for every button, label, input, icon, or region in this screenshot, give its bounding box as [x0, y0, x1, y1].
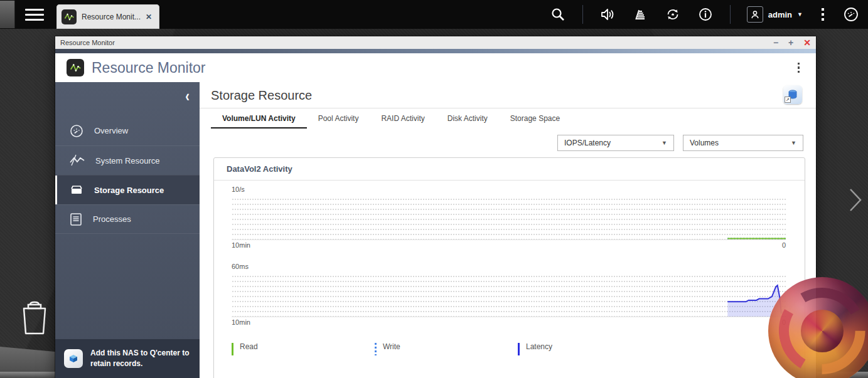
launch-arrow-icon: ↗: [785, 97, 791, 103]
storage-snapshots-shortcut-icon[interactable]: ↗: [783, 85, 802, 104]
window-accent-strip: [55, 49, 816, 53]
open-app-tab[interactable]: Resource Monit... ✕: [56, 4, 159, 29]
panel-title: DataVol2 Activity: [214, 158, 805, 181]
sidebar-collapse-icon[interactable]: ‹: [185, 88, 190, 104]
chevron-down-icon: ▼: [785, 140, 796, 146]
top-bar: Resource Monit... ✕: [0, 0, 868, 29]
desktop: Resource Monit... ✕: [0, 0, 868, 378]
write-legend-swatch: [375, 343, 377, 355]
app-options-icon[interactable]: [793, 60, 805, 76]
iops-plot: [232, 195, 786, 240]
topbar-divider: [730, 5, 731, 24]
tab-bar: Volume/LUN Activity Pool Activity RAID A…: [200, 108, 816, 129]
close-button[interactable]: ✕: [803, 38, 811, 47]
notifications-sync-icon[interactable]: [665, 6, 681, 23]
legend-read: Read: [232, 342, 375, 355]
sidebar-item-storage-resource[interactable]: Storage Resource: [55, 175, 200, 204]
tab-volume-lun-activity[interactable]: Volume/LUN Activity: [211, 108, 307, 129]
window-title: Resource Monitor: [60, 39, 115, 46]
qcenter-note: Add this NAS to Q'center to retain recor…: [90, 348, 191, 369]
user-menu[interactable]: admin ▼: [747, 6, 803, 23]
read-legend-swatch: [232, 343, 233, 355]
iops-chart-block: 10/s 10min 0: [214, 181, 805, 249]
app-title: Resource Monitor: [92, 60, 206, 76]
page-title: Storage Resource: [200, 82, 816, 103]
legend-write: Write: [375, 342, 518, 355]
resource-monitor-window: Resource Monitor − + ✕ Resource Monitor …: [55, 36, 816, 378]
latency-x-left-label: 10min: [232, 318, 250, 326]
more-options-icon[interactable]: [819, 6, 827, 23]
process-list-icon: [69, 212, 83, 227]
desktop-edge-widget: [0, 1, 15, 28]
resource-monitor-app-icon: [67, 59, 84, 76]
tab-storage-space[interactable]: Storage Space: [499, 108, 571, 129]
window-titlebar[interactable]: Resource Monitor − + ✕: [55, 36, 816, 49]
chart-legend: Read Write Latency: [232, 342, 805, 355]
username-label: admin: [768, 10, 792, 19]
search-icon[interactable]: [550, 6, 566, 23]
sidebar-item-processes[interactable]: Processes: [55, 204, 200, 234]
latency-y-max-label: 60ms: [232, 263, 786, 270]
tab-pool-activity[interactable]: Pool Activity: [307, 108, 370, 129]
tab-raid-activity[interactable]: RAID Activity: [370, 108, 436, 129]
iops-x-right-label: 0: [782, 241, 786, 249]
info-icon[interactable]: [697, 6, 714, 23]
main-content: Storage Resource ↗ Volume/LUN Activity P…: [200, 82, 816, 378]
legend-latency: Latency: [518, 342, 661, 355]
scope-select[interactable]: Volumes ▼: [683, 135, 803, 151]
app-header: Resource Monitor: [55, 53, 816, 82]
tab-close-icon[interactable]: ✕: [146, 13, 152, 21]
tab-disk-activity[interactable]: Disk Activity: [436, 108, 499, 129]
minimize-button[interactable]: −: [773, 38, 778, 47]
latency-legend-swatch: [518, 343, 520, 355]
chevron-down-icon: ▼: [797, 11, 803, 18]
desktop-next-page-arrow[interactable]: [847, 186, 864, 214]
user-avatar-icon: [747, 6, 763, 23]
qcenter-banner[interactable]: Add this NAS to Q'center to retain recor…: [55, 339, 200, 378]
trash-icon[interactable]: [18, 300, 51, 336]
qcenter-icon: [64, 349, 83, 368]
main-menu-icon[interactable]: [25, 9, 44, 21]
sidebar-item-overview[interactable]: Overview: [55, 116, 200, 145]
sidebar: ‹ Overview System Resource Storage Resou…: [55, 82, 200, 378]
chevron-down-icon: ▼: [655, 140, 667, 146]
sidebar-item-system-resource[interactable]: System Resource: [55, 145, 200, 175]
filter-row: IOPS/Latency ▼ Volumes ▼: [200, 129, 816, 151]
latency-plot: [232, 272, 786, 317]
gauge-icon: [69, 123, 84, 139]
iops-y-max-label: 10/s: [232, 186, 786, 193]
background-tasks-icon[interactable]: [632, 6, 648, 23]
resource-monitor-app-icon: [62, 9, 77, 24]
volume-icon[interactable]: [599, 6, 616, 23]
storage-box-icon: [69, 183, 84, 197]
tab-label: Resource Monit...: [82, 13, 141, 21]
dashboard-gauge-icon[interactable]: [843, 6, 859, 23]
metric-select[interactable]: IOPS/Latency ▼: [557, 135, 674, 151]
line-chart-icon: [69, 154, 85, 167]
activity-panel: DataVol2 Activity 10/s 10min 0 60ms: [213, 157, 805, 378]
latency-chart-block: 60ms 10min 0: [214, 258, 805, 326]
iops-x-left-label: 10min: [232, 241, 250, 249]
maximize-button[interactable]: +: [788, 38, 793, 47]
topbar-divider: [582, 5, 583, 24]
